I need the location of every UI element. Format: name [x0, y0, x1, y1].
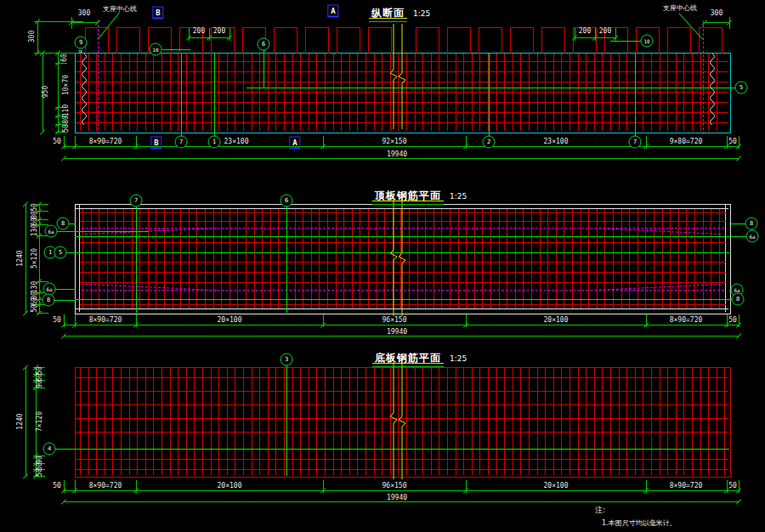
- dim-label: 50: [53, 139, 61, 145]
- bar-leader-v: [635, 53, 636, 137]
- stirrup-height-dim: [37, 21, 38, 53]
- circle-leader: [65, 252, 76, 253]
- dim-label: 7×120: [37, 411, 43, 432]
- rebar-grid-v: [107, 209, 108, 308]
- rebar-grid-v: [531, 209, 532, 308]
- notes-block: 注: 1.本图尺寸均以毫米计。: [595, 505, 677, 528]
- rebar-grid-v: [384, 209, 385, 308]
- rebar-grid-v: [507, 209, 507, 308]
- rebar-grid-v: [132, 209, 133, 308]
- rebar-grid-v: [662, 209, 663, 308]
- rebar-grid-v: [629, 209, 630, 308]
- rebar-grid-v: [490, 209, 491, 308]
- dim-ext: [209, 28, 210, 41]
- dim-ext: [646, 314, 647, 327]
- bar-leader-v: [489, 53, 490, 137]
- circle-leader: [610, 41, 641, 42]
- top-dim: [71, 22, 98, 23]
- dim-ext: [323, 314, 324, 327]
- dim-label: 96×150: [382, 317, 407, 324]
- rebar-grid-v: [173, 209, 173, 308]
- dim-label: 19940: [387, 329, 407, 336]
- dim-label: 23×100: [544, 139, 569, 145]
- bearing-centerline: [703, 20, 704, 134]
- stirrup: [667, 27, 691, 54]
- rebar-grid-h: [80, 282, 726, 283]
- callout-circle: 8: [57, 218, 70, 230]
- rebar-grid-v: [581, 209, 581, 308]
- rebar-grid-v: [686, 209, 687, 308]
- dim-label: 300: [78, 10, 90, 17]
- dim-label: 200: [599, 28, 611, 35]
- dim-label: 8×90=720: [89, 483, 122, 490]
- circle-leader: [729, 224, 746, 224]
- rebar-grid-v: [262, 209, 263, 308]
- rebar-grid-v: [597, 209, 598, 308]
- cad-canvas: 纵断面1:25 顶板钢筋平面1:25 底板钢筋平面1:25 注: 1.本图尺寸均…: [0, 0, 765, 532]
- rebar-grid-h: [80, 262, 726, 263]
- dim-label: 23×100: [224, 139, 249, 145]
- dim-tick: [736, 156, 741, 161]
- rebar-grid-h: [76, 71, 728, 72]
- rebar-grid-v: [295, 209, 296, 308]
- rebar-grid-v: [278, 209, 279, 308]
- rebar-grid-v: [246, 209, 246, 308]
- dim-label: 9×80=720: [670, 139, 703, 145]
- rebar-grid-v: [588, 209, 589, 308]
- dim-label: 300: [711, 10, 722, 17]
- rebar-grid-v: [564, 209, 564, 308]
- dim-ext: [739, 136, 740, 149]
- callout-circle: 8: [745, 218, 758, 230]
- dim-ext: [727, 314, 728, 327]
- rebar-grid-v: [441, 209, 442, 308]
- rebar-grid-v: [613, 209, 614, 308]
- rebar-grid-v: [196, 209, 197, 308]
- rebar-grid-v: [205, 209, 206, 308]
- dim-ext: [71, 17, 72, 29]
- dim-label: 19940: [387, 495, 407, 501]
- bottom-dim-chain: [64, 490, 739, 491]
- bar-leader-v: [136, 207, 137, 313]
- dim-ext: [37, 204, 48, 205]
- dim-ext: [466, 314, 467, 327]
- stirrup: [479, 27, 502, 54]
- rebar-grid-v: [678, 209, 679, 308]
- rebar-grid-v: [164, 209, 165, 308]
- rebar-grid-v: [515, 209, 516, 308]
- stirrup: [510, 27, 534, 54]
- section-mark: B: [150, 137, 162, 150]
- rebar-grid-v: [237, 209, 238, 308]
- rebar-grid-v: [670, 209, 671, 308]
- callout-circle: 5: [735, 82, 748, 94]
- dim-label: 200: [213, 28, 225, 35]
- rebar-grid-v: [270, 209, 271, 308]
- rebar-grid-v: [409, 209, 410, 308]
- rebar-grid-v: [311, 209, 312, 308]
- rebar-grid-h: [76, 469, 728, 470]
- dim-ext: [323, 480, 324, 493]
- dim-label: 8×90=720: [670, 483, 703, 490]
- dim-ext: [136, 480, 137, 493]
- rebar-grid-v: [400, 209, 401, 308]
- rebar-grid-v: [450, 209, 450, 308]
- dim-ext: [727, 136, 728, 149]
- rebar-grid-h: [76, 459, 728, 460]
- stirrup: [116, 27, 140, 54]
- total-dim: [64, 158, 739, 159]
- dim-label: 20×100: [218, 317, 242, 324]
- dim-ext: [323, 136, 324, 149]
- dim-label: 130: [31, 224, 38, 236]
- dim-label: 50: [728, 317, 737, 324]
- rebar-grid-v: [556, 209, 557, 308]
- rebar-grid-v: [703, 209, 704, 308]
- dim-ext: [75, 314, 76, 327]
- rebar-grid-v: [434, 209, 434, 308]
- top-slab-plan-title: 顶板钢筋平面1:25: [375, 186, 467, 203]
- left-dim-chain: [39, 204, 40, 313]
- callout-circle: 4: [43, 443, 56, 456]
- dim-ext: [739, 480, 740, 493]
- rebar-grid-v: [499, 209, 500, 308]
- rebar-grid-h: [76, 102, 728, 103]
- dim-ext: [727, 480, 728, 493]
- dim-label: 10×70: [63, 75, 70, 95]
